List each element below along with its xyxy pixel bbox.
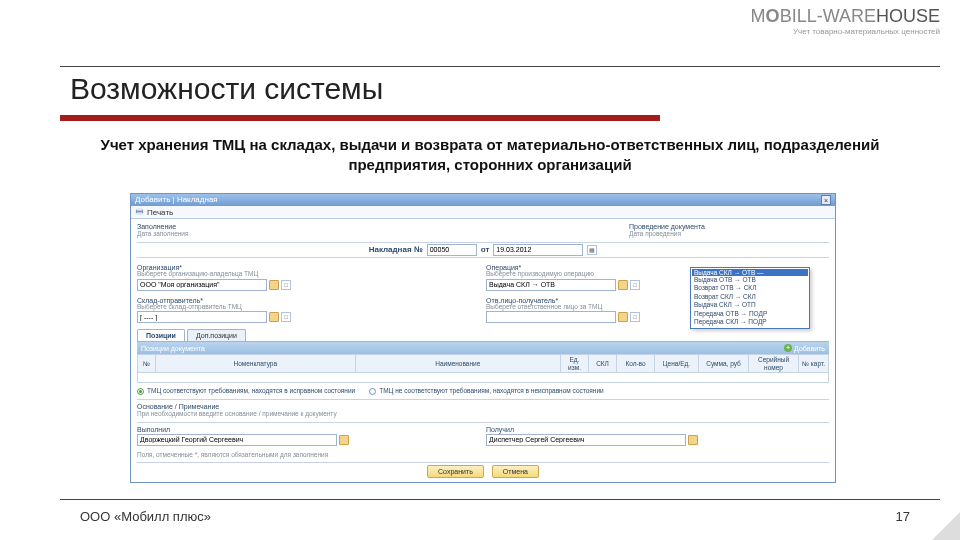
clear-icon[interactable]: □ [281, 280, 291, 290]
svg-rect-2 [137, 212, 142, 215]
tab-extra[interactable]: Доп.позиции [187, 329, 246, 341]
docnum-input[interactable] [427, 244, 477, 256]
folder-icon[interactable] [339, 435, 349, 445]
plus-icon: + [784, 344, 792, 352]
window-titlebar: Добавить | Накладная × [131, 194, 835, 206]
table-row[interactable] [138, 372, 829, 382]
grid-toolbar: Позиции документа +Добавить [137, 342, 829, 354]
condition-radios: ТМЦ соответствуют требованиям, находятся… [137, 387, 829, 395]
print-button[interactable]: Печать [147, 208, 173, 217]
cancel-button[interactable]: Отмена [492, 465, 539, 478]
radio-ok[interactable]: ТМЦ соответствуют требованиям, находятся… [137, 387, 355, 395]
skl-hint: Выберете склад-отправитель ТМЦ [137, 304, 480, 311]
company-name: ООО «Мобилл плюс» [80, 509, 211, 524]
brand-text: MOBILL-WAREHOUSE [751, 6, 940, 27]
dropdown-selected[interactable]: Выдача СКЛ → ОТВ — [692, 269, 808, 276]
page-footer: ООО «Мобилл плюс» 17 [80, 509, 910, 524]
window-title: Добавить | Накладная [135, 194, 218, 206]
form-content: Заполнение Дата заполнения Проведение до… [131, 219, 835, 482]
add-button[interactable]: +Добавить [784, 344, 825, 352]
pol-input[interactable] [486, 434, 686, 446]
fill-date-label: Дата заполнения [137, 231, 619, 238]
toolbar: Печать [131, 206, 835, 219]
otv-input[interactable] [486, 311, 616, 323]
ot-label: от [481, 245, 490, 254]
svg-rect-1 [137, 207, 142, 210]
pol-label: Получил [486, 426, 829, 433]
org-hint: Выберете организацию-владельца ТМЦ [137, 271, 480, 278]
vyp-label: Выполнил [137, 426, 480, 433]
folder-icon[interactable] [269, 312, 279, 322]
tabs: Позиции Доп.позиции [137, 329, 829, 342]
dropdown-item[interactable]: Передача ОТВ → ПОДР [692, 310, 808, 318]
save-button[interactable]: Сохранить [427, 465, 484, 478]
button-row: Сохранить Отмена [137, 462, 829, 478]
page-title: Возможности системы [70, 72, 383, 106]
page-subtitle: Учет хранения ТМЦ на складах, выдачи и в… [80, 135, 900, 174]
title-accent [60, 115, 660, 121]
page-number: 17 [896, 509, 910, 524]
docnum-row: Накладная № от ▦ [137, 242, 829, 258]
dropdown-item[interactable]: Выдача ОТВ → ОТВ [692, 276, 808, 284]
tab-positions[interactable]: Позиции [137, 329, 185, 341]
clear-icon[interactable]: □ [630, 312, 640, 322]
clear-icon[interactable]: □ [281, 312, 291, 322]
close-icon[interactable]: × [821, 195, 831, 205]
corner-fold [932, 512, 960, 540]
clear-icon[interactable]: □ [630, 280, 640, 290]
radio-icon [369, 388, 376, 395]
table-header: № Номенклатура Наименование Ед. изм. СКЛ… [138, 355, 829, 372]
dropdown-item[interactable]: Возврат ОТВ → СКЛ [692, 284, 808, 292]
skl-input[interactable] [137, 311, 267, 323]
calendar-icon[interactable]: ▦ [587, 245, 597, 255]
folder-icon[interactable] [618, 312, 628, 322]
org-input[interactable] [137, 279, 267, 291]
folder-icon[interactable] [688, 435, 698, 445]
op-input[interactable] [486, 279, 616, 291]
brand-subtitle: Учет товарно-материальных ценностей [751, 27, 940, 36]
printer-icon[interactable] [135, 207, 144, 218]
dropdown-item[interactable]: Возврат СКЛ → СКЛ [692, 293, 808, 301]
required-hint: Поля, отмеченные *, являются обязательны… [137, 452, 829, 459]
osn-hint: При необходимости введите основание / пр… [137, 411, 829, 418]
date-input[interactable] [493, 244, 583, 256]
dropdown-item[interactable]: Выдача СКЛ → ОТП [692, 301, 808, 309]
grid-title: Позиции документа [141, 345, 205, 352]
brand-logo: MOBILL-WAREHOUSE Учет товарно-материальн… [751, 6, 940, 36]
docnum-label: Накладная № [369, 245, 423, 254]
folder-icon[interactable] [269, 280, 279, 290]
radio-icon [137, 388, 144, 395]
grid: № Номенклатура Наименование Ед. изм. СКЛ… [137, 354, 829, 382]
folder-icon[interactable] [618, 280, 628, 290]
app-window: Добавить | Накладная × Печать Заполнение… [130, 193, 836, 483]
vyp-input[interactable] [137, 434, 337, 446]
fill-label: Заполнение [137, 223, 619, 231]
radio-bad[interactable]: ТМЦ не соответствуют требованиям, находя… [369, 387, 603, 395]
dropdown-item[interactable]: Передача СКЛ → ПОДР [692, 318, 808, 326]
operation-dropdown[interactable]: Выдача СКЛ → ОТВ — Выдача ОТВ → ОТВ Возв… [690, 267, 810, 329]
footer-rule [60, 499, 940, 500]
prov-date-label: Дата проведения [629, 231, 829, 238]
title-rule [60, 64, 940, 67]
